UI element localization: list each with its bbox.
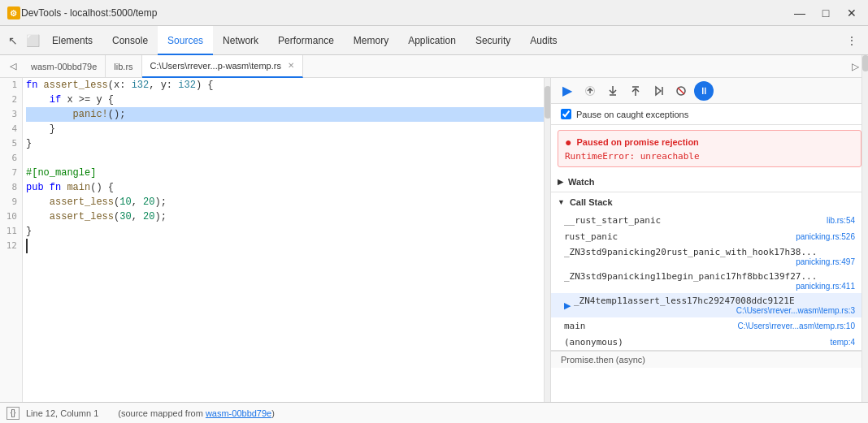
tab-audits[interactable]: Audits — [520, 26, 566, 55]
watch-header[interactable]: ▶ Watch — [551, 172, 868, 192]
right-scrollbar[interactable] — [861, 78, 868, 402]
main-content: 123456789101112 fn assert_less(x: i32, y… — [0, 78, 868, 402]
code-line-10: assert_less(30, 20); — [26, 209, 547, 224]
more-tools-icon[interactable]: ⋮ — [842, 31, 861, 50]
inspect-icon[interactable]: ↖ — [3, 31, 23, 50]
error-box: ● Paused on promise rejection RuntimeErr… — [558, 130, 861, 167]
right-panel-scroll[interactable]: Pause on caught exceptions ● Paused on p… — [551, 104, 868, 402]
active-frame-arrow: ▶ — [564, 300, 571, 311]
tab-elements[interactable]: Elements — [42, 26, 102, 55]
device-icon[interactable]: ⬜ — [23, 31, 42, 50]
line-numbers: 123456789101112 — [0, 78, 23, 402]
close-tab-icon[interactable]: ✕ — [288, 54, 294, 77]
error-icon: ● — [565, 136, 571, 149]
frame-location-6: temp:4 — [830, 338, 855, 347]
step-into-button[interactable] — [603, 81, 623, 101]
line-number-8: 8 — [0, 180, 22, 195]
error-detail: RuntimeError: unreachable — [565, 151, 854, 162]
call-stack-label: Call Stack — [570, 197, 613, 207]
promise-label: Promise.then (async) — [561, 355, 645, 365]
source-file-tabs: ◁ wasm-00bbd79e lib.rs C:\Users\rrever..… — [0, 55, 868, 78]
stack-frame-1[interactable]: rust_panicpanicking.rs:526 — [551, 228, 868, 244]
watch-section: ▶ Watch — [551, 172, 868, 192]
tab-sources[interactable]: Sources — [158, 26, 213, 55]
error-title: ● Paused on promise rejection — [565, 136, 854, 149]
right-panel: ▶ — [551, 78, 868, 402]
code-line-11: } — [26, 224, 547, 239]
code-line-5: } — [26, 136, 547, 151]
stack-frame-4[interactable]: ▶_ZN4temp11assert_less17hc29247008ddc912… — [551, 293, 868, 317]
code-line-3: panic!(); — [26, 107, 547, 122]
deactivate-breakpoints-button[interactable] — [671, 81, 691, 101]
frame-name-4: _ZN4temp11assert_less17hc29247008ddc9121… — [574, 296, 855, 306]
call-stack-header[interactable]: ▼ Call Stack — [551, 192, 868, 212]
frame-name-0: __rust_start_panic — [564, 215, 820, 226]
stack-frame-0[interactable]: __rust_start_paniclib.rs:54 — [551, 212, 868, 228]
code-line-7: #[no_mangle] — [26, 166, 547, 180]
line-number-4: 4 — [0, 122, 22, 136]
window-title: DevTools - localhost:5000/temp — [21, 7, 790, 19]
line-number-2: 2 — [0, 93, 22, 107]
frame-name-6: (anonymous) — [564, 337, 823, 347]
tabbar-extra-icons: ⋮ — [842, 31, 865, 50]
stack-frame-3[interactable]: _ZN3std9panicking11begin_panic17hf8bbc13… — [551, 269, 868, 293]
code-line-4: } — [26, 122, 547, 136]
source-tab-librs[interactable]: lib.rs — [106, 55, 141, 78]
line-number-10: 10 — [0, 209, 22, 224]
frame-location-3: panicking.rs:411 — [564, 282, 855, 291]
svg-text:⚙: ⚙ — [10, 9, 17, 18]
source-tab-temprs[interactable]: C:\Users\rrever...p-wasm\temp.rs ✕ — [142, 55, 303, 78]
tab-security[interactable]: Security — [466, 26, 520, 55]
debug-toolbar: ▶ — [551, 78, 868, 104]
code-line-8: pub fn main() { — [26, 180, 547, 195]
step-button[interactable] — [649, 81, 668, 101]
editor-scrollbar[interactable] — [544, 78, 550, 402]
frame-location-2: panicking.rs:497 — [564, 257, 855, 266]
code-line-6 — [26, 151, 547, 166]
pause-exceptions-checkbox[interactable] — [561, 109, 571, 119]
format-source-icon[interactable]: {} — [7, 407, 20, 420]
minimize-button[interactable]: — — [790, 3, 809, 23]
resume-button[interactable]: ▶ — [558, 81, 577, 101]
watch-label: Watch — [568, 177, 595, 187]
frame-name-2: _ZN3std9panicking20rust_panic_with_hook1… — [564, 247, 855, 257]
code-line-12 — [26, 239, 547, 253]
format-icon[interactable]: ▷ — [847, 58, 863, 75]
frame-name-5: main — [564, 321, 731, 331]
call-stack-section: ▼ Call Stack __rust_start_paniclib.rs:54… — [551, 192, 868, 351]
maximize-button[interactable]: □ — [816, 3, 835, 23]
code-content[interactable]: fn assert_less(x: i32, y: i32) { if x >=… — [23, 78, 550, 402]
cursor-position: Line 12, Column 1 — [26, 408, 98, 418]
stack-frame-6[interactable]: (anonymous)temp:4 — [551, 334, 868, 350]
call-stack-frames: __rust_start_paniclib.rs:54rust_panicpan… — [551, 212, 868, 350]
line-number-5: 5 — [0, 136, 22, 151]
step-out-button[interactable] — [626, 81, 645, 101]
source-map-link[interactable]: wasm-00bbd79e — [206, 408, 271, 418]
close-button[interactable]: ✕ — [842, 3, 861, 23]
source-map-text: (source mapped from wasm-00bbd79e) — [118, 408, 275, 418]
tab-memory[interactable]: Memory — [344, 26, 398, 55]
step-over-button[interactable] — [580, 81, 600, 101]
code-line-2: if x >= y { — [26, 93, 547, 107]
tab-console[interactable]: Console — [102, 26, 158, 55]
stack-frame-2[interactable]: _ZN3std9panicking20rust_panic_with_hook1… — [551, 244, 868, 269]
tab-performance[interactable]: Performance — [268, 26, 344, 55]
frame-name-1: rust_panic — [564, 231, 789, 242]
source-tab-wasm[interactable]: wasm-00bbd79e — [23, 55, 106, 78]
frame-location-1: panicking.rs:526 — [796, 232, 855, 241]
devtools-icon: ⚙ — [7, 6, 21, 20]
pause-on-exceptions-button[interactable]: ⏸ — [694, 81, 714, 101]
code-line-9: assert_less(10, 20); — [26, 195, 547, 209]
tab-application[interactable]: Application — [398, 26, 466, 55]
window-controls: — □ ✕ — [790, 3, 861, 23]
stack-frame-5[interactable]: mainC:\Users\rrever...asm\temp.rs:10 — [551, 317, 868, 334]
frame-location-0: lib.rs:54 — [827, 216, 855, 225]
scrollbar-thumb[interactable] — [545, 86, 551, 119]
line-number-3: 3 — [0, 107, 22, 122]
titlebar: ⚙ DevTools - localhost:5000/temp — □ ✕ — [0, 0, 868, 26]
tab-network[interactable]: Network — [213, 26, 268, 55]
go-back-icon[interactable]: ◁ — [3, 57, 23, 76]
pause-exceptions-row: Pause on caught exceptions — [551, 104, 868, 125]
line-number-9: 9 — [0, 195, 22, 209]
line-number-1: 1 — [0, 78, 22, 93]
